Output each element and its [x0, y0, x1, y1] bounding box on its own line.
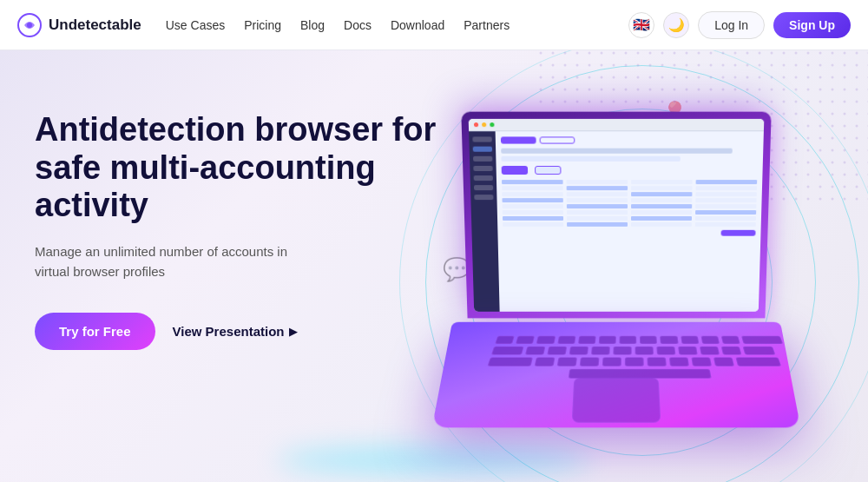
laptop-glow [278, 447, 590, 473]
hero-content: Antidetection browser for safe multi-acc… [35, 111, 469, 350]
touchpad [572, 378, 661, 423]
view-presentation-label: View Presentation [173, 324, 285, 339]
nav-link-use-cases[interactable]: Use Cases [166, 18, 225, 32]
hero-subtitle: Manage an unlimited number of accounts i… [35, 242, 312, 281]
nav-link-docs[interactable]: Docs [344, 18, 372, 32]
nav-right: 🇬🇧 🌙 Log In Sign Up [628, 11, 851, 39]
nav-link-pricing[interactable]: Pricing [244, 18, 281, 32]
laptop-screen [461, 112, 771, 319]
try-free-button[interactable]: Try for Free [35, 313, 155, 350]
language-selector[interactable]: 🇬🇧 [628, 12, 654, 38]
view-presentation-button[interactable]: View Presentation ▶ [173, 324, 298, 339]
svg-point-1 [27, 23, 32, 28]
hero-title: Antidetection browser for safe multi-acc… [35, 111, 469, 225]
signup-button[interactable]: Sign Up [773, 12, 851, 38]
logo-icon [17, 13, 42, 37]
nav-link-blog[interactable]: Blog [300, 18, 325, 32]
brand-name: Undetectable [49, 17, 141, 34]
login-button[interactable]: Log In [698, 11, 765, 39]
hero-buttons: Try for Free View Presentation ▶ [35, 313, 469, 350]
dark-mode-toggle[interactable]: 🌙 [663, 12, 689, 38]
nav-link-partners[interactable]: Partners [464, 18, 510, 32]
play-icon: ▶ [289, 326, 297, 338]
nav-link-download[interactable]: Download [391, 18, 444, 32]
navbar: Undetectable Use Cases Pricing Blog Docs… [0, 0, 868, 50]
hero-section: 📍 💬 👥 [0, 50, 868, 482]
logo-link[interactable]: Undetectable [17, 13, 141, 37]
nav-links: Use Cases Pricing Blog Docs Download Par… [166, 18, 628, 32]
